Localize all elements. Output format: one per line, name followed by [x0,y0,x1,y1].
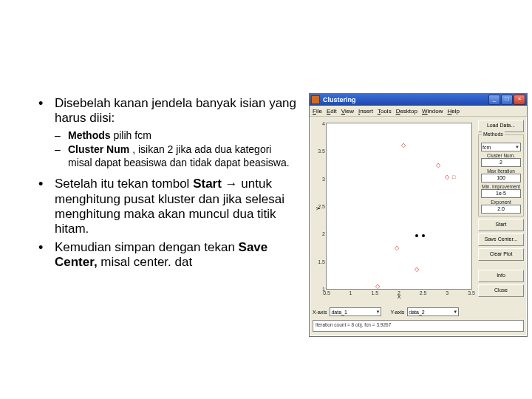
window-title: Clustering [323,96,488,103]
spacer [478,263,524,267]
xtick: 0.5 [323,290,330,296]
y-axis-label: Y [316,207,321,211]
data-point: ◇ [375,284,379,287]
bottom-panel: X-axis data_1 ▼ Y-axis data_2 ▼ Iteratio… [313,306,524,334]
chevron-down-icon: ▼ [453,310,457,314]
cluster-center [422,234,425,237]
app-icon [311,95,320,104]
start-button[interactable]: Start [478,219,524,231]
ytick: 2 [322,231,325,236]
yaxis-label: Y-axis [390,310,404,315]
maxiter-input[interactable]: 100 [481,174,521,183]
xtick: 1 [349,290,352,296]
data-point: ◇ [401,143,405,147]
status-text: Iteration count = 8 obj. fcn = 3.9267 [313,320,524,332]
bullet-1-text: Disebelah kanan jendela banyak isian yan… [55,96,296,125]
load-data-button[interactable]: Load Data... [478,120,524,132]
xtick: 3.5 [468,290,475,296]
maximize-button[interactable]: □ [501,95,513,105]
save-center-button[interactable]: Save Center... [478,233,524,246]
xaxis-label: X-axis [313,310,327,315]
data-point: ◇ [436,163,440,167]
x-axis-label: X [398,294,401,299]
clusternum-label: Cluster Num. [481,153,521,158]
cluster-center [415,234,418,237]
menu-view[interactable]: View [341,108,354,115]
bullet-2-b: Start [193,177,225,191]
plot-panel: 4 3.5 3 2.5 2 1.5 1 0.5 1 1.5 2 2.5 3 3.… [313,120,474,304]
maxiter-label: Max Iteration [481,168,521,174]
menu-desktop[interactable]: Desktop [396,108,417,115]
menu-tools[interactable]: Tools [378,108,392,115]
bullet-1a-rest: pilih fcm [113,129,151,141]
controls-panel: Load Data... Methods fcm ▼ Cluster Num. … [478,120,524,297]
methods-group: Methods fcm ▼ Cluster Num. 2 Max Iterati… [478,134,524,216]
minimize-button[interactable]: _ [488,95,500,105]
data-point: ◇ [415,267,418,271]
arrow-icon: → [225,177,238,191]
methods-legend: Methods [482,132,505,137]
exponent-label: Exponent [481,200,521,205]
minimprove-input[interactable]: 1e-5 [481,189,521,198]
bullet-3-c: misal center. dat [100,255,192,269]
chevron-down-icon: ▼ [515,145,519,149]
bullet-1b: Cluster Num , isikan 2 jika ada dua kate… [38,143,297,169]
bullet-3: Kemudian simpan dengan tekan Save Center… [38,240,297,270]
clusternum-input[interactable]: 2 [481,158,521,167]
menu-window[interactable]: Window [422,108,443,115]
bullet-1: Disebelah kanan jendela banyak isian yan… [38,96,297,126]
chevron-down-icon: ▼ [376,310,381,314]
xtick: 1.5 [371,290,378,296]
clustering-window: Clustering _ □ × File Edit View Insert T… [309,93,528,337]
menu-help[interactable]: Help [447,108,459,115]
close-window-button[interactable]: × [514,95,525,105]
xtick: 3 [446,290,449,296]
ytick: 4 [322,121,325,126]
bullet-1b-bold: Cluster Num [68,143,132,155]
close-button[interactable]: Close [478,284,524,297]
bullet-2: Setelah itu tekan tombol Start → untuk m… [38,177,297,237]
bullet-1a-bold: Methods [68,129,113,141]
method-value: fcm [482,145,491,150]
info-button[interactable]: Info [478,270,524,282]
ytick: 1.5 [318,259,325,264]
menubar: File Edit View Insert Tools Desktop Wind… [310,106,527,117]
data-point: ◇ [395,246,398,250]
ytick: 3 [322,176,325,181]
menu-edit[interactable]: Edit [327,108,337,115]
minimprove-label: Min. Improvement [481,184,521,189]
exponent-input[interactable]: 2.0 [481,205,521,214]
ytick: 3.5 [318,149,325,154]
yaxis-value: data_2 [409,310,424,315]
method-select[interactable]: fcm ▼ [481,143,521,151]
yaxis-select[interactable]: data_2 ▼ [407,307,459,316]
xtick: 2.5 [420,290,427,296]
bullet-1a: Methods pilih fcm [38,129,297,143]
scatter-plot[interactable]: 4 3.5 3 2.5 2 1.5 1 0.5 1 1.5 2 2.5 3 3.… [326,123,472,290]
titlebar[interactable]: Clustering _ □ × [310,94,527,106]
xaxis-value: data_1 [331,310,347,315]
menu-file[interactable]: File [313,108,322,115]
data-point: ◇ [445,174,449,178]
menu-insert[interactable]: Insert [358,108,373,115]
xaxis-select[interactable]: data_1 ▼ [330,307,381,316]
clear-plot-button[interactable]: Clear Plot [478,248,524,261]
bullet-3-a: Kemudian simpan dengan tekan [55,240,239,254]
data-point: □ [452,174,456,178]
bullet-2-a: Setelah itu tekan tombol [55,177,193,191]
